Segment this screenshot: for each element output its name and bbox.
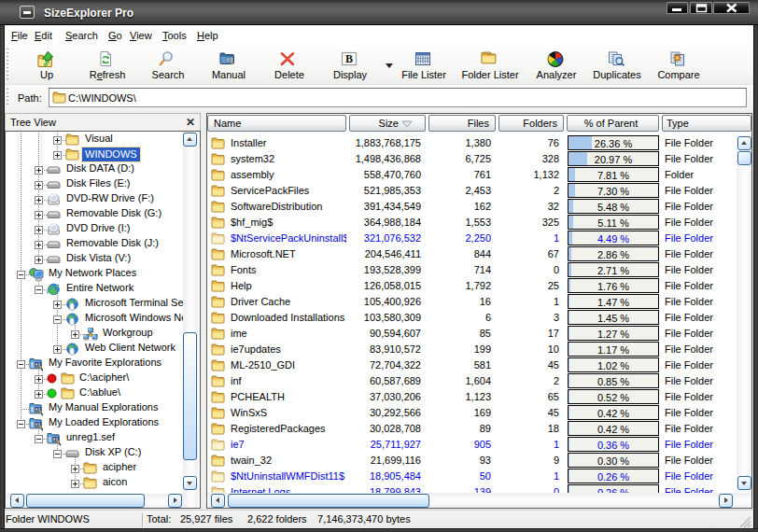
svg-text:B: B xyxy=(345,52,353,65)
